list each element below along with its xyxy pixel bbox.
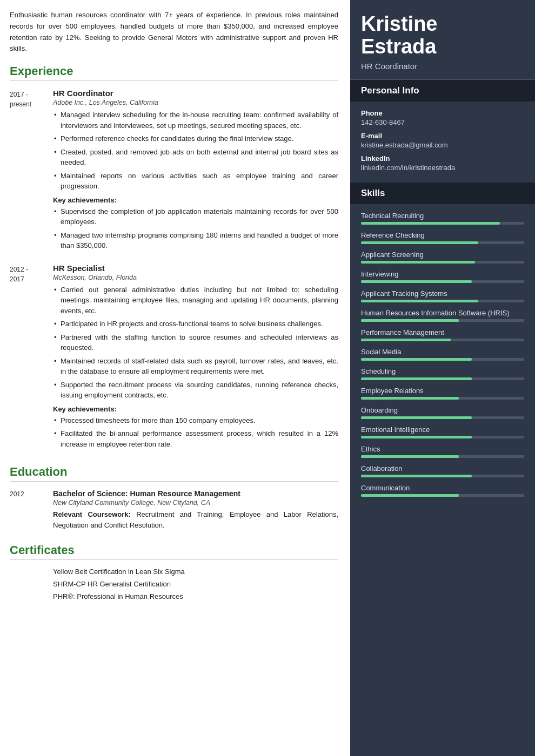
skill-name: Social Media xyxy=(361,348,524,356)
exp-bullet: Carried out general administrative dutie… xyxy=(53,285,338,316)
skill-item: Social Media xyxy=(361,348,524,361)
exp-bullet: Maintained reports on various activities… xyxy=(53,171,338,192)
skill-item: Employee Relations xyxy=(361,387,524,400)
skill-name: Emotional Intelligence xyxy=(361,426,524,434)
exp-bullet: Partnered with the staffing function to … xyxy=(53,332,338,353)
skill-bar-background xyxy=(361,319,524,322)
skill-bar-fill xyxy=(361,475,472,477)
education-section: Education 2012 Bachelor of Science: Huma… xyxy=(10,465,338,530)
experience-section: Experience 2017 -present HR Coordinator … xyxy=(10,64,338,452)
skills-title: Skills xyxy=(350,183,535,204)
skill-name: Performance Management xyxy=(361,328,524,336)
skill-item: Technical Recruiting xyxy=(361,212,524,225)
skill-bar-background xyxy=(361,358,524,361)
skill-item: Performance Management xyxy=(361,328,524,341)
exp-title: HR Specialist xyxy=(53,264,338,273)
skill-name: Scheduling xyxy=(361,367,524,375)
experience-entry: 2017 -present HR Coordinator Adobe Inc.,… xyxy=(10,89,338,254)
left-column: Enthusiastic human resources coordinator… xyxy=(0,0,350,756)
exp-bullet: Maintained records of staff-related data… xyxy=(53,356,338,377)
exp-bullet: Managed interview scheduling for the in-… xyxy=(53,110,338,131)
skill-bar-fill xyxy=(361,455,459,458)
education-entry: 2012 Bachelor of Science: Human Resource… xyxy=(10,489,338,530)
achievements-list: Processed timesheets for more than 150 c… xyxy=(53,415,338,450)
skill-name: Reference Checking xyxy=(361,231,524,239)
skill-bar-fill xyxy=(361,436,472,438)
skills-block: Technical Recruiting Reference Checking … xyxy=(350,212,535,497)
skill-bar-background xyxy=(361,261,524,264)
skill-item: Scheduling xyxy=(361,367,524,380)
skill-name: Human Resources Information Software (HR… xyxy=(361,309,524,317)
skill-name: Interviewing xyxy=(361,270,524,278)
certificates-title: Certificates xyxy=(10,543,338,560)
skill-bar-background xyxy=(361,280,524,283)
skill-bar-fill xyxy=(361,377,472,380)
right-column: Kristine Estrada HR Coordinator Personal… xyxy=(350,0,535,756)
skill-name: Collaboration xyxy=(361,464,524,473)
skill-name: Applicant Screening xyxy=(361,251,524,259)
skill-item: Reference Checking xyxy=(361,231,524,244)
achievement-bullet: Supervised the completion of job applica… xyxy=(53,206,338,227)
experience-title: Experience xyxy=(10,64,338,81)
skill-bar-background xyxy=(361,300,524,302)
skill-bar-background xyxy=(361,222,524,225)
exp-content: HR Coordinator Adobe Inc., Los Angeles, … xyxy=(53,89,338,254)
skill-item: Applicant Screening xyxy=(361,251,524,264)
key-achievements-label: Key achievements: xyxy=(53,196,338,204)
skill-item: Human Resources Information Software (HR… xyxy=(361,309,524,322)
exp-bullet: Supported the recruitment process via so… xyxy=(53,380,338,401)
skill-bar-fill xyxy=(361,397,459,400)
skill-name: Applicant Tracking Systems xyxy=(361,289,524,298)
education-title: Education xyxy=(10,465,338,482)
exp-bullet: Created, posted, and removed job ads on … xyxy=(53,147,338,168)
job-title-sidebar: HR Coordinator xyxy=(361,62,524,71)
skill-bar-background xyxy=(361,416,524,419)
email-label: E-mail xyxy=(361,132,524,140)
skill-bar-background xyxy=(361,397,524,400)
exp-content: HR Specialist McKesson, Orlando, Florida… xyxy=(53,264,338,453)
skill-item: Communication xyxy=(361,484,524,497)
certificate-entry: PHR®: Professional in Human Resources xyxy=(53,592,338,600)
skill-bar-fill xyxy=(361,241,478,244)
edu-degree: Bachelor of Science: Human Resource Mana… xyxy=(53,489,338,498)
skill-bar-background xyxy=(361,455,524,458)
skill-item: Emotional Intelligence xyxy=(361,426,524,438)
certificates-section: Certificates Yellow Belt Certification i… xyxy=(10,543,338,600)
skill-bar-fill xyxy=(361,261,475,264)
skill-bar-background xyxy=(361,475,524,477)
personal-info-title: Personal Info xyxy=(350,80,535,102)
email-item: E-mail kristine.estrada@gmail.com xyxy=(361,132,524,149)
skill-item: Interviewing xyxy=(361,270,524,283)
linkedin-item: LinkedIn linkedin.com/in/kristineestrada xyxy=(361,154,524,172)
skill-item: Applicant Tracking Systems xyxy=(361,289,524,302)
skill-name: Onboarding xyxy=(361,406,524,414)
personal-info-block: Phone 142-630-8467 E-mail kristine.estra… xyxy=(350,109,535,183)
skill-item: Collaboration xyxy=(361,464,524,477)
name-block: Kristine Estrada HR Coordinator xyxy=(350,0,535,80)
skill-bar-background xyxy=(361,241,524,244)
exp-company: Adobe Inc., Los Angeles, California xyxy=(53,99,338,106)
phone-label: Phone xyxy=(361,109,524,117)
email-value: kristine.estrada@gmail.com xyxy=(361,141,524,149)
skill-bar-background xyxy=(361,339,524,341)
skill-item: Ethics xyxy=(361,445,524,458)
skill-bar-background xyxy=(361,377,524,380)
skill-bar-fill xyxy=(361,319,459,322)
skill-name: Communication xyxy=(361,484,524,492)
edu-coursework: Relevant Coursework: Recruitment and Tra… xyxy=(53,509,338,530)
key-achievements-label: Key achievements: xyxy=(53,405,338,413)
achievement-bullet: Processed timesheets for more than 150 c… xyxy=(53,415,338,426)
certificate-entry: SHRM-CP HR Generalist Certification xyxy=(53,580,338,588)
skill-name: Technical Recruiting xyxy=(361,212,524,220)
skill-bar-fill xyxy=(361,339,451,341)
achievement-bullet: Managed two internship programs comprisi… xyxy=(53,230,338,251)
exp-bullets-list: Managed interview scheduling for the in-… xyxy=(53,110,338,192)
exp-bullet: Participated in HR projects and cross-fu… xyxy=(53,319,338,329)
exp-title: HR Coordinator xyxy=(53,89,338,98)
skill-bar-fill xyxy=(361,494,459,497)
skill-name: Ethics xyxy=(361,445,524,453)
full-name: Kristine Estrada xyxy=(361,13,524,58)
edu-school: New Cityland Community College, New City… xyxy=(53,499,338,507)
skill-bar-fill xyxy=(361,358,472,361)
summary-text: Enthusiastic human resources coordinator… xyxy=(10,10,338,55)
